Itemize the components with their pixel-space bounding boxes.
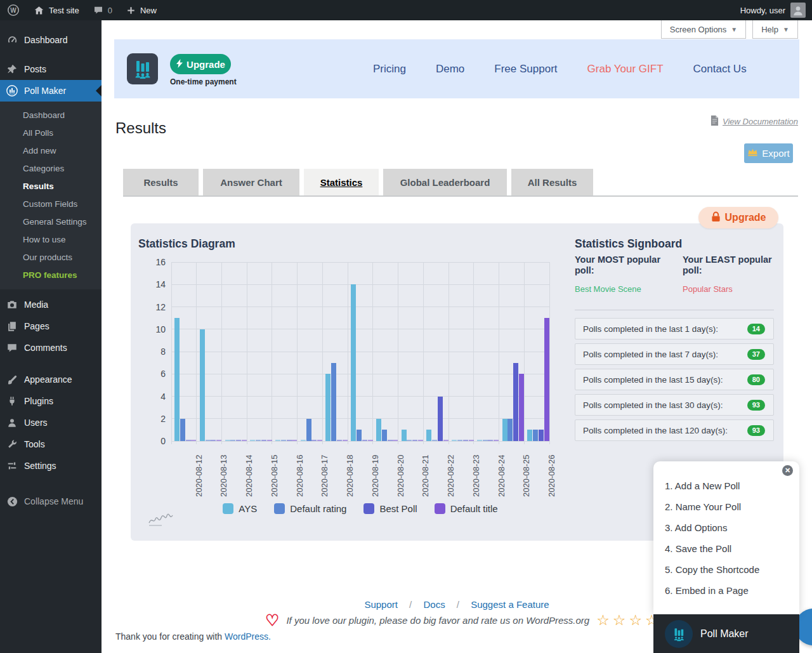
sidebar-item-posts[interactable]: Posts — [0, 58, 102, 80]
nav-link-contact-us[interactable]: Contact Us — [693, 63, 747, 76]
new-menu[interactable]: New — [119, 0, 164, 20]
nav-link-demo[interactable]: Demo — [436, 63, 464, 76]
tab-all-results[interactable]: All Results — [511, 169, 593, 195]
star-icon[interactable]: ☆ — [613, 613, 626, 628]
nav-link-free-support[interactable]: Free Support — [494, 63, 557, 76]
chart-bar — [402, 430, 407, 441]
sliders-icon — [6, 459, 18, 472]
h-gridline — [171, 284, 549, 285]
sidebar-subitem-our-products[interactable]: Our products — [0, 248, 102, 266]
sidebar-item-collapse-menu[interactable]: Collapse Menu — [0, 491, 102, 512]
x-tick-label: 2020-08-21 — [421, 455, 430, 498]
view-documentation-link[interactable]: View Documentation — [710, 115, 798, 128]
v-gridline — [196, 262, 197, 444]
chart-bar — [393, 440, 398, 441]
onboarding-step: 5. Copy the Shortcode — [665, 559, 794, 580]
sidebar-item-media[interactable]: Media — [0, 294, 102, 315]
user-icon — [6, 416, 18, 429]
upgrade-pill-button[interactable]: Upgrade — [698, 207, 778, 228]
sidebar-item-label: Poll Maker — [24, 86, 66, 96]
sidebar-subitem-add-new[interactable]: Add new — [0, 142, 102, 159]
brand-bar: Poll Maker — [653, 614, 799, 653]
y-tick-label: 10 — [155, 324, 166, 335]
signboard-title: Statistics Signboard — [575, 237, 682, 251]
chart-bar — [267, 440, 272, 441]
sidebar-item-label: Pages — [24, 321, 49, 331]
sidebar-subitem-all-polls[interactable]: All Polls — [0, 124, 102, 142]
h-gridline — [171, 352, 549, 352]
chart-bar — [452, 440, 457, 441]
sidebar-subitem-custom-fields[interactable]: Custom Fields — [0, 195, 102, 213]
chart-bar — [544, 318, 549, 441]
h-gridline — [171, 307, 549, 307]
wordpress-link[interactable]: WordPress. — [225, 631, 271, 642]
chart-bar — [368, 440, 373, 441]
screen-options-button[interactable]: Screen Options▼ — [661, 20, 746, 39]
legend-swatch — [274, 503, 285, 514]
legend-item-best-poll[interactable]: Best Poll — [363, 503, 417, 514]
star-icon[interactable]: ☆ — [596, 613, 610, 628]
footer-link-support[interactable]: Support — [364, 599, 398, 610]
sidebar-subitem-pro-features[interactable]: PRO features — [0, 266, 102, 284]
comments-menu[interactable]: 0 — [86, 0, 119, 20]
legend-item-default-rating[interactable]: Default rating — [274, 503, 346, 514]
sidebar-item-tools[interactable]: Tools — [0, 433, 102, 455]
v-gridline — [499, 262, 499, 444]
upgrade-button[interactable]: Upgrade — [170, 54, 231, 74]
poll-chart-icon — [6, 84, 18, 97]
chart-bar — [211, 440, 216, 441]
close-icon[interactable]: ✕ — [782, 465, 793, 476]
sidebar-subitem-how-to-use[interactable]: How to use — [0, 230, 102, 248]
tab-global-leaderboard[interactable]: Global Leaderboard — [383, 169, 507, 195]
legend-item-default-title[interactable]: Default title — [435, 503, 498, 514]
y-tick-label: 0 — [160, 435, 166, 447]
x-tick-label: 2020-08-19 — [370, 455, 380, 498]
sidebar-item-users[interactable]: Users — [0, 412, 102, 433]
completed-row-label: Polls completed in the last 120 day(s): — [583, 426, 728, 435]
sidebar-item-plugins[interactable]: Plugins — [0, 390, 102, 412]
chart-bar — [477, 440, 482, 441]
tab-statistics[interactable]: Statistics — [304, 169, 379, 195]
help-button[interactable]: Help▼ — [752, 20, 798, 39]
page-title: Results — [115, 119, 166, 137]
tab-answer-chart[interactable]: Answer Chart — [203, 169, 299, 195]
sidebar-item-poll-maker[interactable]: Poll Maker — [0, 80, 102, 102]
plugin-nav: PricingDemoFree SupportGrab Your GIFTCon… — [373, 39, 747, 98]
sidebar-item-pages[interactable]: Pages — [0, 315, 102, 337]
completed-row: Polls completed in the last 7 day(s):37 — [575, 343, 774, 365]
sidebar-item-label: Tools — [24, 439, 45, 449]
tab-results[interactable]: Results — [123, 169, 199, 195]
star-icon[interactable]: ☆ — [629, 613, 642, 628]
sidebar-item-appearance[interactable]: Appearance — [0, 369, 102, 390]
footer-link-docs[interactable]: Docs — [423, 599, 445, 610]
poll-maker-round-logo — [665, 620, 693, 648]
sidebar-item-settings[interactable]: Settings — [0, 455, 102, 477]
export-button[interactable]: Export — [744, 143, 793, 163]
account-menu[interactable]: Howdy, user — [740, 3, 812, 18]
least-popular-value: Popular Stars — [683, 284, 778, 294]
chart-bar — [457, 440, 462, 441]
footer-link-suggest-a-feature[interactable]: Suggest a Feature — [471, 599, 549, 610]
wordpress-logo-icon[interactable]: W — [0, 0, 27, 20]
sidebar-item-dashboard[interactable]: Dashboard — [0, 29, 102, 51]
chart-bar — [281, 440, 286, 441]
sidebar-subitem-results[interactable]: Results — [0, 177, 102, 195]
site-menu[interactable]: Test site — [27, 0, 86, 20]
plugin-header-banner: Upgrade One-time payment PricingDemoFree… — [114, 39, 799, 98]
completed-count-badge: 14 — [747, 324, 765, 334]
sidebar-item-comments[interactable]: Comments — [0, 337, 102, 359]
nav-link-pricing[interactable]: Pricing — [373, 63, 406, 76]
legend-item-ays[interactable]: AYS — [223, 503, 257, 514]
bar-chart: 02468101214162020-08-122020-08-132020-08… — [171, 262, 549, 441]
h-gridline — [171, 396, 549, 397]
sidebar-subitem-categories[interactable]: Categories — [0, 159, 102, 177]
crown-icon — [747, 148, 758, 159]
onboarding-step: 6. Embed in a Page — [665, 580, 794, 601]
sidebar-subitem-general-settings[interactable]: General Settings — [0, 213, 102, 230]
chart-bar — [331, 363, 336, 441]
sidebar-subitem-pm-dashboard[interactable]: Dashboard — [0, 106, 102, 124]
plug-icon — [6, 395, 18, 407]
sidebar-item-label: Users — [24, 418, 48, 428]
nav-link-grab-your-gift[interactable]: Grab Your GIFT — [587, 63, 664, 76]
chart-bar — [527, 430, 532, 441]
